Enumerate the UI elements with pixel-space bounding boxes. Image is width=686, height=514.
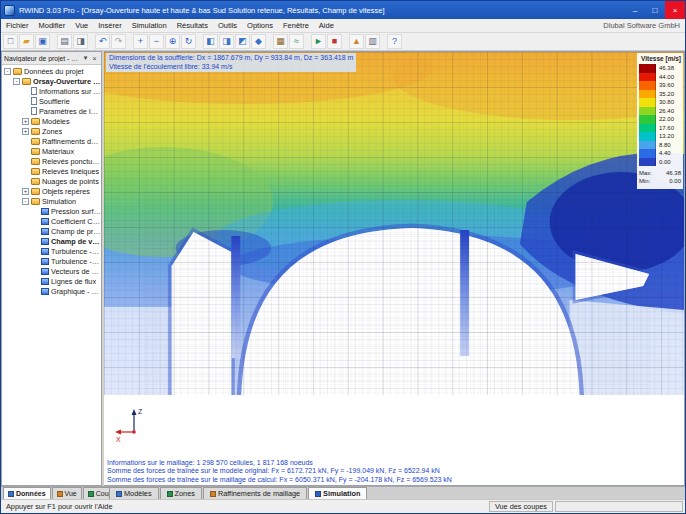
workspace-tab[interactable]: Zones — [160, 487, 202, 499]
navigator-tab[interactable]: Vue — [52, 487, 82, 499]
undo-button[interactable]: ↶ — [95, 34, 110, 49]
tree-expander-icon[interactable]: - — [22, 198, 29, 205]
tree-expander-icon[interactable] — [32, 268, 39, 275]
tree-item[interactable]: + Objets repères — [2, 186, 101, 196]
print-button[interactable]: ▤ — [57, 34, 72, 49]
tree-item[interactable]: Champ de pression — [2, 226, 101, 236]
tree-expander-icon[interactable] — [22, 158, 29, 165]
tree-item[interactable]: Informations sur le projet — [2, 86, 101, 96]
zoom-out-button[interactable]: − — [149, 34, 164, 49]
screenshot-button[interactable]: ◨ — [73, 34, 88, 49]
tree-item[interactable]: Vecteurs de vitesse — [2, 266, 101, 276]
navigator-tab[interactable]: Données — [3, 487, 51, 499]
tree-item[interactable]: Turbulence - champ k — [2, 246, 101, 256]
tree-expander-icon[interactable] — [32, 248, 39, 255]
brand-label: Dlubal Software GmbH — [603, 21, 685, 30]
workspace-tab[interactable]: Raffinements de maillage — [203, 487, 307, 499]
tree-expander-icon[interactable]: + — [22, 188, 29, 195]
results-button[interactable]: ▲ — [349, 34, 364, 49]
tree-expander-icon[interactable]: - — [13, 78, 20, 85]
view-side-button[interactable]: ◨ — [219, 34, 234, 49]
tree-expander-icon[interactable]: + — [22, 118, 29, 125]
menu-item[interactable]: Options — [242, 19, 278, 32]
tree-item[interactable]: + Modèles — [2, 116, 101, 126]
menu-item[interactable]: Fenêtre — [278, 19, 314, 32]
tab-icon — [315, 491, 321, 497]
menu-item[interactable]: Modifier — [34, 19, 71, 32]
tree-item[interactable]: Lignes de flux — [2, 276, 101, 286]
tree-item[interactable]: Matériaux — [2, 146, 101, 156]
tree-item[interactable]: + Zones — [2, 126, 101, 136]
menu-item[interactable]: Aide — [314, 19, 339, 32]
open-file-button[interactable]: ▰ — [19, 34, 34, 49]
view-front-button[interactable]: ◧ — [203, 34, 218, 49]
help-button[interactable]: ? — [387, 34, 402, 49]
run-simulation-button[interactable]: ► — [311, 34, 326, 49]
workspace-tab[interactable]: Simulation — [308, 487, 367, 499]
zoom-in-button[interactable]: + — [133, 34, 148, 49]
x-axis-label: X — [116, 436, 121, 443]
tree-item[interactable]: - Orsay-Ouverture haute Nord et — [2, 76, 101, 86]
tree-item[interactable]: Turbulence - champ epsilon — [2, 256, 101, 266]
mesh-button[interactable]: ▦ — [273, 34, 288, 49]
legend-scale: 46.38 44.00 39.60 — [639, 64, 681, 166]
menu-item[interactable]: Résultats — [172, 19, 213, 32]
tree-expander-icon[interactable] — [22, 178, 29, 185]
new-file-button[interactable]: □ — [3, 34, 18, 49]
rotate-view-button[interactable]: ↻ — [181, 34, 196, 49]
tree-item[interactable]: Relevés linéiques — [2, 166, 101, 176]
redo-button[interactable]: ↷ — [111, 34, 126, 49]
tree-expander-icon[interactable] — [22, 148, 29, 155]
tree-expander-icon[interactable] — [22, 88, 29, 95]
tree-expander-icon[interactable] — [32, 228, 39, 235]
legend-button[interactable]: ▥ — [365, 34, 380, 49]
tree-item[interactable]: Nuages de points — [2, 176, 101, 186]
close-button[interactable]: × — [665, 1, 685, 19]
tree-item[interactable]: Coefficient Cp surfacique — [2, 216, 101, 226]
tree-expander-icon[interactable] — [22, 168, 29, 175]
zoom-window-button[interactable]: ⊕ — [165, 34, 180, 49]
legend-entry: 30.80 — [639, 98, 681, 107]
tree-expander-icon[interactable] — [22, 98, 29, 105]
cfd-velocity-field[interactable] — [104, 52, 684, 395]
tree-expander-icon[interactable] — [32, 238, 39, 245]
tree-expander-icon[interactable] — [32, 258, 39, 265]
tree-item[interactable]: - Simulation — [2, 196, 101, 206]
wind-profile-button[interactable]: ≈ — [289, 34, 304, 49]
tab-icon — [57, 491, 63, 497]
minimize-button[interactable]: – — [625, 1, 645, 19]
menu-item[interactable]: Insérer — [93, 19, 126, 32]
tree-item[interactable]: Graphique - Résidus — [2, 286, 101, 296]
stop-simulation-button[interactable]: ■ — [327, 34, 342, 49]
tree-expander-icon[interactable] — [22, 138, 29, 145]
save-button[interactable]: ▣ — [35, 34, 50, 49]
tree-expander-icon[interactable] — [32, 218, 39, 225]
legend-max-value: 46.38 — [666, 170, 681, 178]
panel-pin-icon[interactable]: ▾ — [81, 54, 90, 63]
maximize-button[interactable]: □ — [645, 1, 665, 19]
view-top-button[interactable]: ◩ — [235, 34, 250, 49]
menu-item[interactable]: Outils — [213, 19, 242, 32]
menu-item[interactable]: Simulation — [127, 19, 172, 32]
tree-expander-icon[interactable]: + — [22, 128, 29, 135]
app-window: RWIND 3.03 Pro - [Orsay-Ouverture haute … — [0, 0, 686, 514]
menu-item[interactable]: Fichier — [1, 19, 34, 32]
menu-item[interactable]: Vue — [70, 19, 93, 32]
tree-item[interactable]: Soufflerie — [2, 96, 101, 106]
workspace-tab-label: Zones — [175, 489, 195, 498]
panel-close-icon[interactable]: × — [90, 54, 99, 63]
workspace-tab[interactable]: Modèles — [109, 487, 159, 499]
view-iso-button[interactable]: ◆ — [251, 34, 266, 49]
tree-item[interactable]: Relevés ponctuels — [2, 156, 101, 166]
toolbar-icon: ◨ — [76, 37, 85, 46]
tree-expander-icon[interactable]: - — [4, 68, 11, 75]
tree-item[interactable]: Paramètres de la simulation — [2, 106, 101, 116]
tree-item[interactable]: Champ de vitesse — [2, 236, 101, 246]
tree-item[interactable]: Raffinements de maillage — [2, 136, 101, 146]
tree-item[interactable]: - Données du projet — [2, 66, 101, 76]
tree-expander-icon[interactable] — [32, 288, 39, 295]
tree-expander-icon[interactable] — [22, 108, 29, 115]
tree-expander-icon[interactable] — [32, 278, 39, 285]
tree-item[interactable]: Pression surfacique — [2, 206, 101, 216]
tree-expander-icon[interactable] — [32, 208, 39, 215]
